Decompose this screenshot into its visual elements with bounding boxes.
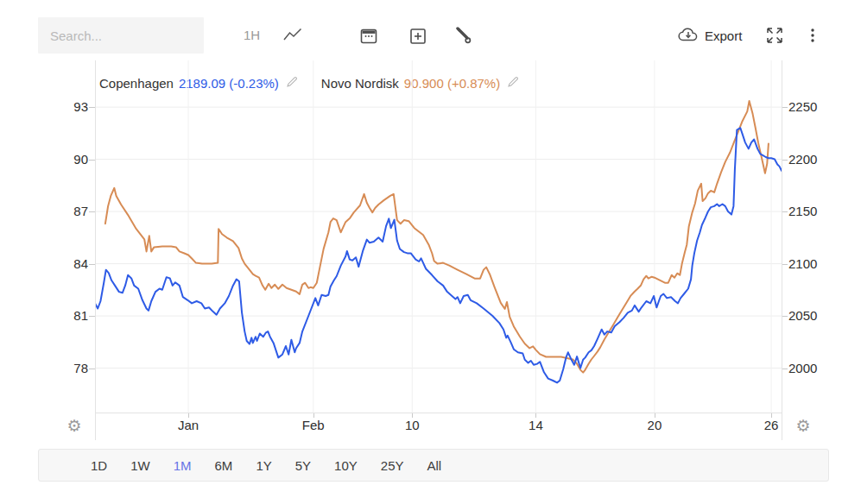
y-axis-tick-label-right: 2100 [788,256,832,272]
range-selector: 1D1W1M6M1Y5Y10Y25YAll [38,449,829,482]
range-button-1y[interactable]: 1Y [256,458,271,473]
axis-tick [89,316,95,317]
axis-tick [89,160,95,161]
range-button-all[interactable]: All [427,458,442,473]
axis-tick [782,264,788,265]
y-axis-tick-label-left: 84 [47,256,88,272]
export-button[interactable]: Export [677,17,742,54]
y-axis-tick-label-left: 87 [47,204,88,219]
axis-tick [412,413,413,418]
export-label: Export [705,28,742,43]
search-input[interactable] [38,17,204,54]
axis-tick [782,316,788,317]
interval-selector[interactable]: 1H [244,17,260,54]
axis-tick [782,107,788,108]
y-axis-tick-label-right: 2200 [788,152,832,167]
stock-chart-widget: 1H [38,17,829,483]
line-series-type-icon[interactable] [283,28,304,48]
x-axis-tick-label: 26 [745,418,797,433]
range-button-5y[interactable]: 5Y [295,458,311,473]
y-axis-tick-label-right: 2250 [788,99,832,115]
range-button-6m[interactable]: 6M [215,458,233,473]
plot-left-border [95,60,96,440]
axis-tick [188,413,189,418]
range-buttons: 1D1W1M6M1Y5Y10Y25YAll [39,450,828,481]
y-axis-tick-label-right: 2000 [788,361,832,376]
right-axis-settings-gear-icon[interactable]: ⚙ [793,416,814,437]
x-axis-tick-label: 14 [510,418,561,433]
axis-tick [771,413,772,418]
range-button-1d[interactable]: 1D [91,458,107,473]
page: 1H [0,0,842,504]
x-axis-border [95,413,782,413]
plot-area: 932250902200872150842100812050782000 [95,60,782,413]
chart-canvas [95,60,782,413]
x-axis-tick-label: Feb [288,418,339,433]
menu-kebab-icon[interactable] [803,26,824,47]
x-axis-tick-label: 20 [629,418,681,433]
range-button-1m[interactable]: 1M [174,458,192,473]
range-button-10y[interactable]: 10Y [334,458,358,473]
plus-icon[interactable] [408,26,428,47]
toolbar: 1H [38,17,829,54]
axis-tick [782,369,788,369]
axis-tick [89,369,95,369]
axis-tick [313,413,314,418]
y-axis-tick-label-left: 81 [47,308,88,324]
axis-tick [655,413,655,418]
x-axis-tick-label: 10 [386,418,438,433]
axis-tick [782,211,788,212]
calendar-icon[interactable] [358,26,379,47]
x-axis-labels: JanFeb10142026 [95,418,782,433]
axis-tick [782,160,788,161]
axis-tick [89,107,95,108]
y-axis-tick-label-right: 2150 [788,204,832,219]
y-axis-tick-label-left: 78 [47,361,88,376]
cloud-download-icon [677,26,700,46]
range-button-1w[interactable]: 1W [130,458,150,473]
wrench-icon[interactable] [453,26,473,47]
y-axis-tick-label-right: 2050 [788,308,832,324]
axis-tick [535,413,536,418]
plot-right-border [782,60,782,440]
axis-tick [89,264,95,265]
y-axis-tick-label-left: 93 [47,99,88,115]
axis-tick [89,211,95,212]
y-axis-tick-label-left: 90 [47,152,88,167]
fullscreen-icon[interactable] [765,26,786,47]
x-axis-tick-label: Jan [162,418,214,433]
left-axis-settings-gear-icon[interactable]: ⚙ [64,416,85,437]
range-button-25y[interactable]: 25Y [381,458,404,473]
